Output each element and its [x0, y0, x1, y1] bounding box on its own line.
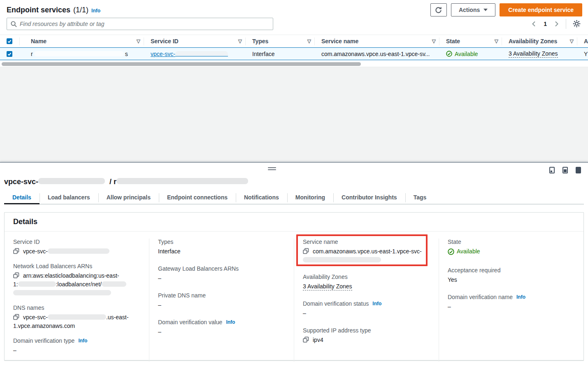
service-name-value-redaction [303, 257, 381, 262]
endpoint-services-page: Endpoint services (1/1) Info Actions [0, 0, 588, 365]
row-overflow-cell: Y [577, 48, 588, 60]
copy-icon[interactable] [303, 337, 309, 343]
service-id-link-prefix: vpce-svc- [151, 51, 175, 57]
search-input[interactable] [20, 21, 269, 27]
select-all-cell [0, 35, 20, 47]
row-name-suffix: s [125, 51, 128, 57]
row-service-id-cell: vpce-svc- [144, 48, 246, 60]
page-number[interactable]: 1 [544, 21, 547, 27]
refresh-icon [435, 7, 442, 14]
nlb-arn-line1: arn:aws:elasticloadbalancing:us-east- [23, 272, 119, 279]
availability-zones-value[interactable]: 3 Availability Zones [303, 283, 352, 290]
field-domain-verification-value: Domain verification value Info – [158, 319, 286, 336]
previous-page-icon[interactable] [531, 21, 537, 27]
column-header-types[interactable]: Types ▽ [246, 35, 315, 47]
row-az-value[interactable]: 3 Availability Zones [509, 50, 558, 58]
column-header-availability-zones[interactable]: Availability Zones ▽ [502, 35, 577, 47]
panel-title-suffix-char: r [114, 178, 116, 186]
panel-size-medium-icon[interactable] [562, 167, 568, 173]
table-row[interactable]: r s vpce-svc- Interface com.amazonaws.vp… [0, 47, 588, 60]
field-types-label: Types [158, 239, 286, 245]
sort-icon-service-name[interactable]: ▽ [432, 39, 436, 44]
sort-icon-service-id[interactable]: ▽ [238, 39, 242, 44]
action-group: Actions Create endpoint service [430, 3, 582, 16]
column-header-name[interactable]: Name ▽ [20, 35, 144, 47]
sort-icon-az[interactable]: ▽ [570, 39, 574, 44]
row-types-cell: Interface [246, 48, 315, 60]
refresh-button[interactable] [430, 3, 447, 16]
field-dns-names-label: DNS names [13, 304, 142, 311]
domain-verification-type-value: – [13, 346, 142, 355]
supported-ip-value: ipv4 [313, 337, 323, 343]
select-all-checkbox[interactable] [7, 38, 12, 44]
dns-suffix-line2: 1.vpce.amazonaws.com [13, 323, 75, 329]
domain-verification-status-info-link[interactable]: Info [372, 301, 381, 307]
domain-verification-type-info-link[interactable]: Info [78, 338, 87, 344]
gateway-lb-arns-value: – [158, 274, 286, 283]
tab-monitoring[interactable]: Monitoring [287, 192, 333, 204]
details-card: Details Service ID vpce-svc- [4, 212, 584, 360]
panel-title-prefix: vpce-svc- [4, 178, 38, 186]
panel-size-small-icon[interactable] [549, 167, 555, 173]
acceptance-required-value: Yes [448, 276, 576, 284]
state-value: Available [457, 247, 480, 256]
panel-size-large-icon[interactable] [576, 167, 581, 173]
service-id-link[interactable]: vpce-svc- [151, 51, 228, 57]
title-info-link[interactable]: Info [91, 8, 100, 14]
row-types-value: Interface [252, 51, 274, 57]
create-endpoint-service-button[interactable]: Create endpoint service [500, 3, 582, 16]
endpoint-services-table: Name ▽ Service ID ▽ Types ▽ Service name… [0, 35, 588, 66]
column-header-state[interactable]: State ▽ [439, 35, 502, 47]
header-bar: Endpoint services (1/1) Info Actions [7, 3, 582, 17]
sort-icon-name[interactable]: ▽ [137, 39, 140, 44]
tab-contributor-insights-label: Contributor Insights [342, 194, 397, 201]
row-select-cell [0, 48, 20, 60]
search-box[interactable] [7, 18, 273, 30]
tab-details-label: Details [12, 194, 31, 201]
column-header-az-label: Availability Zones [509, 38, 558, 44]
types-value: Interface [158, 247, 286, 256]
field-gateway-lb-arns: Gateway Load Balancers ARNs – [158, 265, 286, 283]
details-card-heading: Details [5, 213, 583, 232]
dns-value-redaction [48, 314, 106, 320]
copy-icon[interactable] [13, 272, 19, 278]
actions-button[interactable]: Actions [451, 3, 495, 16]
row-checkbox[interactable] [7, 51, 12, 57]
tab-tags[interactable]: Tags [405, 192, 435, 204]
tab-endpoint-connections[interactable]: Endpoint connections [159, 192, 236, 204]
copy-icon[interactable] [303, 248, 309, 254]
tab-tags-label: Tags [414, 194, 427, 201]
split-panel-drag-handle[interactable] [268, 167, 276, 171]
copy-icon[interactable] [13, 248, 19, 254]
column-header-overflow-label: A [584, 38, 588, 44]
column-header-service-name-label: Service name [321, 38, 358, 44]
pagination-divider [566, 19, 566, 29]
copy-icon[interactable] [13, 314, 19, 320]
service-name-value-line1: com.amazonaws.vpce.us-east-1.vpce-svc- [313, 248, 422, 255]
column-header-service-id[interactable]: Service ID ▽ [144, 35, 246, 47]
row-state-cell: Available [439, 48, 502, 60]
column-header-service-name[interactable]: Service name ▽ [315, 35, 439, 47]
search-icon [11, 21, 17, 27]
next-page-icon[interactable] [553, 21, 560, 27]
tab-load-balancers[interactable]: Load balancers [40, 192, 98, 204]
row-name-redaction [34, 51, 124, 56]
column-header-types-label: Types [252, 38, 268, 44]
table-header-row: Name ▽ Service ID ▽ Types ▽ Service name… [0, 35, 588, 47]
split-panel-controls [549, 167, 581, 173]
horizontal-scrollbar-thumb[interactable] [2, 62, 361, 66]
sort-icon-state[interactable]: ▽ [495, 39, 498, 44]
domain-verification-name-info-link[interactable]: Info [516, 294, 525, 300]
tab-contributor-insights[interactable]: Contributor Insights [333, 192, 405, 204]
tab-notifications-label: Notifications [244, 194, 279, 201]
tab-allow-principals[interactable]: Allow principals [98, 192, 159, 204]
nlb-arn-name-redaction [102, 281, 126, 287]
domain-verification-value-info-link[interactable]: Info [226, 319, 235, 325]
tab-details[interactable]: Details [4, 192, 40, 204]
sort-icon-types[interactable]: ▽ [307, 39, 311, 44]
tab-notifications[interactable]: Notifications [236, 192, 287, 204]
field-supported-ip-label: Supported IP address type [303, 327, 431, 334]
gear-icon[interactable] [572, 19, 581, 28]
field-service-name: Service name com.amazonaws.vpce.us-east-… [303, 239, 431, 264]
nlb-arn-line2-mid: :loadbalancer/net/ [56, 281, 102, 288]
